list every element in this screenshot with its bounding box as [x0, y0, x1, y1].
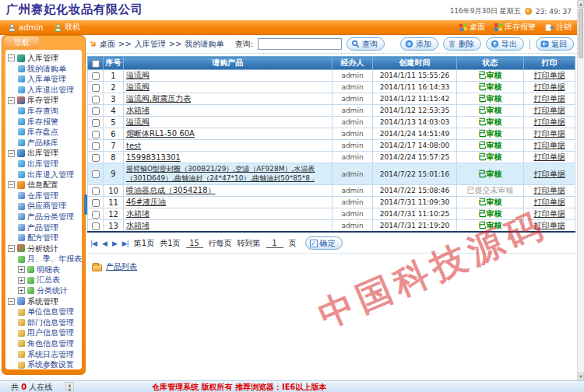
tree-item-明细表[interactable]: +明细表 — [18, 264, 80, 275]
print-link[interactable]: 打印单据 — [534, 186, 565, 194]
page-first-button[interactable]: |◀ — [90, 240, 97, 247]
product-link[interactable]: test — [126, 142, 141, 150]
sidebar-tab-nav[interactable]: 导航 — [5, 37, 39, 49]
tree-item-仓库管理[interactable]: 仓库管理 — [18, 191, 80, 201]
export-button[interactable]: 导出 — [486, 37, 524, 51]
query-input[interactable] — [258, 38, 342, 50]
expand-icon[interactable]: + — [18, 287, 25, 294]
row-checkbox[interactable] — [92, 107, 100, 115]
row-checkbox[interactable] — [92, 142, 100, 150]
product-link[interactable]: 摇臂轴O型密封圈（300B21/29）,空滤（AF928M）,水温表（301D6… — [126, 165, 315, 182]
row-checkbox[interactable] — [92, 119, 100, 127]
tree-item-角色信息管理[interactable]: 角色信息管理 — [18, 338, 80, 349]
page-next-button[interactable]: ▶ — [112, 240, 117, 247]
collapse-icon[interactable]: − — [8, 181, 15, 188]
goto-page-input[interactable]: 1 — [266, 239, 283, 248]
page-last-button[interactable]: ▶| — [122, 240, 128, 247]
tree-item-产品管理[interactable]: 产品管理 — [18, 222, 80, 233]
print-link[interactable]: 打印单据 — [534, 152, 565, 161]
tree-item-产品分类管理[interactable]: 产品分类管理 — [18, 212, 80, 222]
product-link[interactable]: 溢流阀 — [126, 82, 150, 91]
tree-item-汇总表[interactable]: +汇总表 — [18, 275, 80, 285]
row-checkbox[interactable] — [92, 199, 100, 207]
print-link[interactable]: 打印单据 — [534, 71, 565, 79]
tree-item-出库管理[interactable]: 出库管理 — [18, 159, 80, 170]
product-link[interactable]: 溢流阀 — [126, 71, 150, 79]
collapse-icon[interactable]: − — [8, 150, 15, 157]
tree-item-月、季、年报表[interactable]: 月、季、年报表 — [18, 254, 80, 264]
tree-item-库存查询[interactable]: 库存查询 — [18, 106, 80, 117]
tree-item-配方管理[interactable]: 配方管理 — [18, 233, 80, 243]
print-link[interactable]: 打印单据 — [534, 129, 565, 138]
scroll-up-button[interactable]: ▲ — [578, 0, 584, 8]
tree-item-我的请购单[interactable]: 我的请购单 — [18, 64, 80, 75]
row-checkbox[interactable] — [92, 96, 100, 103]
print-link[interactable]: 打印单据 — [534, 209, 565, 218]
breadcrumb-item[interactable]: 我的请购单 — [185, 39, 224, 50]
goto-confirm-button[interactable]: ✓ 确定 — [305, 236, 343, 250]
print-link[interactable]: 打印单据 — [534, 170, 565, 178]
desktop-link[interactable]: 桌面 — [459, 22, 485, 33]
row-checkbox[interactable] — [92, 72, 100, 80]
tree-item-库存报警[interactable]: 库存报警 — [18, 117, 80, 128]
print-link[interactable]: 打印单据 — [534, 198, 565, 206]
row-checkbox[interactable] — [92, 187, 100, 195]
tree-item-单位信息管理[interactable]: 单位信息管理 — [18, 306, 80, 317]
tree-item-出库退入管理[interactable]: 出库退入管理 — [18, 170, 80, 180]
product-list-link[interactable]: 产品列表 — [106, 261, 137, 272]
print-link[interactable]: 打印单据 — [534, 117, 565, 126]
tree-root-信息配置[interactable]: −信息配置 — [8, 180, 80, 191]
product-link[interactable]: 水箱堵 — [126, 209, 150, 218]
print-link[interactable]: 打印单据 — [534, 221, 565, 229]
tree-root-出库管理[interactable]: −出库管理 — [8, 148, 80, 159]
row-checkbox[interactable] — [92, 211, 100, 219]
product-link[interactable]: 46#液压油 — [126, 198, 166, 206]
tree-item-部门信息管理[interactable]: 部门信息管理 — [18, 317, 80, 328]
scroll-down-button[interactable]: ▼ — [578, 373, 584, 380]
expand-icon[interactable]: + — [18, 277, 25, 284]
tree-item-用户信息管理[interactable]: 用户信息管理 — [18, 327, 80, 338]
breadcrumb-item[interactable]: 入库管理 — [135, 39, 166, 50]
statusbar-spinner[interactable]: ▲▼ — [65, 382, 74, 391]
row-checkbox[interactable] — [92, 222, 100, 230]
logout-link[interactable]: 注销 — [545, 22, 572, 33]
page-prev-button[interactable]: ◀ — [102, 240, 107, 247]
tree-root-分析统计[interactable]: −分析统计 — [8, 243, 80, 254]
product-link[interactable]: 熔断体RL1-50 60A — [126, 129, 195, 138]
tree-item-系统日志管理[interactable]: 系统日志管理 — [18, 349, 80, 360]
row-checkbox[interactable] — [92, 84, 100, 92]
tree-root-系统管理[interactable]: −系统管理 — [8, 296, 80, 307]
row-checkbox[interactable] — [92, 154, 100, 162]
tree-item-库存盘点[interactable]: 库存盘点 — [18, 127, 80, 138]
tree-item-入库单管理[interactable]: 入库单管理 — [18, 74, 80, 85]
expand-icon[interactable]: + — [18, 266, 25, 273]
collapse-icon[interactable]: − — [8, 97, 15, 104]
tree-item-产品移库[interactable]: 产品移库 — [18, 138, 80, 149]
collapse-icon[interactable]: − — [8, 245, 15, 252]
product-link[interactable]: 溢流阀,耐震压力表 — [126, 94, 191, 103]
product-link[interactable]: 水箱堵 — [126, 221, 150, 229]
current-user[interactable]: admin — [8, 22, 43, 33]
collapse-icon[interactable]: − — [8, 298, 15, 305]
stock-alarm-link[interactable]: 库存报警 — [494, 22, 536, 33]
search-button[interactable]: 查询 — [347, 37, 385, 51]
product-link[interactable]: 喷油器总成（3054218） — [126, 186, 216, 194]
select-all-checkbox[interactable] — [92, 60, 100, 68]
row-checkbox[interactable] — [92, 170, 100, 178]
print-link[interactable]: 打印单据 — [534, 82, 565, 91]
row-checkbox[interactable] — [92, 131, 100, 138]
online-toggle[interactable]: 联机 — [54, 22, 80, 33]
per-page-input[interactable]: 15 — [186, 239, 203, 248]
collapse-icon[interactable]: − — [8, 54, 15, 61]
scroll-thumb[interactable] — [579, 9, 583, 58]
product-link[interactable]: 15998313301 — [126, 153, 181, 162]
print-link[interactable]: 打印单据 — [534, 141, 565, 149]
tree-root-库存管理[interactable]: −库存管理 — [8, 95, 80, 106]
tree-root-入库管理[interactable]: −入库管理 — [8, 53, 80, 64]
print-link[interactable]: 打印单据 — [534, 106, 565, 114]
tree-item-分类统计[interactable]: +分类统计 — [18, 285, 80, 296]
product-link[interactable]: 溢流阀 — [126, 117, 150, 126]
tree-item-系统参数设置[interactable]: 系统参数设置 — [18, 359, 80, 369]
vertical-scrollbar[interactable]: ▲ ▼ — [577, 0, 584, 380]
breadcrumb-item[interactable]: 桌面 — [100, 39, 115, 50]
